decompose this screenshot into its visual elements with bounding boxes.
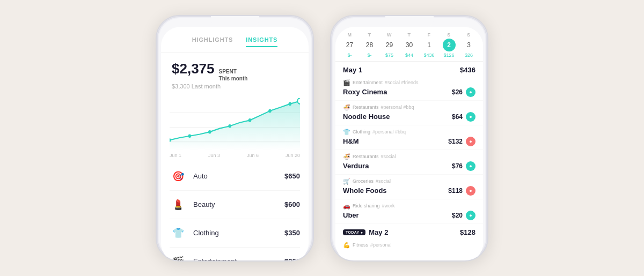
trans-cat-icon: 🚗 <box>343 203 350 210</box>
date-label: TODAY ●May 2 <box>343 228 388 236</box>
trans-amount-row: $132 ● <box>448 137 475 146</box>
calendar-day[interactable]: M 27 $- <box>340 32 360 58</box>
trans-cat-name: Entertainment <box>353 80 383 85</box>
trans-tag: #personal #bbq <box>381 105 414 110</box>
trans-cat-name: Restaurants <box>353 105 379 110</box>
trans-indicator: ● <box>466 161 475 171</box>
trans-cat-name: Clothing <box>353 129 370 135</box>
trans-cat-icon: 🛒 <box>343 178 350 185</box>
cal-day-name: W <box>387 32 392 38</box>
right-phone: M 27 $- T 28 $- W 29 $75 T 30 $44 F 1 $4… <box>330 15 488 262</box>
cat-icon: 👕 <box>170 225 187 242</box>
trans-tag: #social <box>381 154 396 159</box>
cat-icon: 💄 <box>170 196 187 213</box>
cat-amount: $600 <box>284 200 300 208</box>
trans-name: Uber <box>343 211 359 219</box>
transaction-item[interactable]: 🍜 Restaurants #personal #bbq Noodle Hous… <box>335 101 483 125</box>
transaction-list: May 1 $436 🎬 Entertainment #social #frie… <box>335 62 483 249</box>
cal-day-amount: $126 <box>443 53 454 58</box>
calendar-day[interactable]: F 1 $436 <box>419 32 439 58</box>
date-total: $128 <box>460 228 475 236</box>
trans-amount: $132 <box>448 138 463 145</box>
today-badge: TODAY ● <box>343 229 365 235</box>
trans-row: Uber $20 ● <box>343 211 475 220</box>
left-phone: HIGHLIGHTS INSIGHTS $2,375 SPENT This mo… <box>156 15 314 262</box>
calendar-day[interactable]: T 28 $- <box>360 32 379 58</box>
cal-day-name: S <box>467 32 470 38</box>
cal-day-num: 3 <box>463 39 475 51</box>
trans-meta: 👕 Clothing #personal #bbq <box>343 129 475 136</box>
svg-point-8 <box>268 109 272 113</box>
cal-day-amount: $26 <box>465 53 473 58</box>
amount-big: $2,375 <box>172 61 215 77</box>
trans-amount: $64 <box>452 113 463 121</box>
trans-meta: 💪 Fitness #personal <box>343 242 475 249</box>
trans-name: Whole Foods <box>343 187 387 195</box>
trans-meta: 🎬 Entertainment #social #friends <box>343 79 475 86</box>
svg-point-7 <box>248 118 252 122</box>
trans-amount-row: $26 ● <box>452 87 475 97</box>
trans-row: Verdura $76 ● <box>343 161 475 171</box>
trans-tag: #personal <box>370 242 392 248</box>
date-header: TODAY ●May 2 $128 <box>335 224 483 238</box>
trans-meta: 🛒 Groceries #social <box>343 178 475 185</box>
cal-day-name: T <box>368 32 371 38</box>
calendar-day[interactable]: W 29 $75 <box>379 32 399 58</box>
spent-label: SPENT <box>219 68 248 75</box>
calendar-days-row: M 27 $- T 28 $- W 29 $75 T 30 $44 F 1 $4… <box>340 32 479 58</box>
cal-day-num: 28 <box>363 39 376 51</box>
tabs-bar: HIGHLIGHTS INSIGHTS <box>161 27 309 53</box>
cal-day-amount: $436 <box>423 53 434 58</box>
trans-amount: $26 <box>452 88 463 96</box>
tab-highlights[interactable]: HIGHLIGHTS <box>192 36 233 47</box>
cat-amount: $350 <box>284 229 300 237</box>
transaction-item[interactable]: 💪 Fitness #personal Fitness First Gym $8… <box>335 238 483 249</box>
cal-day-num: 1 <box>423 39 436 51</box>
right-phone-inner: M 27 $- T 28 $- W 29 $75 T 30 $44 F 1 $4… <box>335 27 483 262</box>
calendar-day[interactable]: S 3 $26 <box>459 32 479 58</box>
cal-day-name: S <box>447 32 450 38</box>
phones-container: HIGHLIGHTS INSIGHTS $2,375 SPENT This mo… <box>156 15 488 262</box>
period-label: This month <box>219 75 248 82</box>
chart-label-2: Jun 3 <box>208 153 220 158</box>
trans-row: Whole Foods $118 ● <box>343 186 475 196</box>
cat-icon: 🎯 <box>170 168 187 185</box>
cat-name: Beauty <box>193 200 284 208</box>
cal-day-num: 30 <box>403 39 416 51</box>
spending-summary: $2,375 SPENT This month $3,300 Last mont… <box>161 53 309 94</box>
trans-amount-row: $118 ● <box>448 186 475 196</box>
svg-point-9 <box>289 102 292 106</box>
trans-cat-name: Restaurants <box>353 154 379 159</box>
last-month: $3,300 Last month <box>172 83 298 89</box>
cal-day-name: F <box>428 32 431 38</box>
cal-day-amount: $- <box>347 53 352 58</box>
cal-day-name: M <box>348 32 352 38</box>
chart-label-1: Jun 1 <box>170 153 181 158</box>
calendar-day[interactable]: S 2 $126 <box>439 32 459 58</box>
trans-meta: 🍜 Restaurants #personal #bbq <box>343 104 475 111</box>
trans-cat-name: Groceries <box>353 178 374 184</box>
category-item: 👕 Clothing $350 <box>170 219 300 248</box>
cat-amount: $300 <box>284 257 300 262</box>
chart-svg <box>170 98 300 151</box>
left-phone-content: HIGHLIGHTS INSIGHTS $2,375 SPENT This mo… <box>161 27 309 262</box>
spending-amount: $2,375 SPENT This month <box>172 61 298 82</box>
notch-left <box>211 16 259 27</box>
svg-point-5 <box>208 130 211 133</box>
calendar-day[interactable]: T 30 $44 <box>399 32 419 58</box>
transaction-item[interactable]: 🍜 Restaurants #social Verdura $76 ● <box>335 150 483 175</box>
transaction-item[interactable]: 🚗 Ride sharing #work Uber $20 ● <box>335 199 483 224</box>
tab-insights[interactable]: INSIGHTS <box>246 36 277 47</box>
transaction-item[interactable]: 👕 Clothing #personal #bbq H&M $132 ● <box>335 125 483 150</box>
trans-name: Verdura <box>343 162 369 170</box>
notch-right <box>385 16 434 27</box>
transaction-item[interactable]: 🛒 Groceries #social Whole Foods $118 ● <box>335 175 483 199</box>
trans-indicator: ● <box>466 87 475 97</box>
amount-label: SPENT This month <box>219 68 248 82</box>
cat-icon: 🎬 <box>170 253 187 262</box>
transaction-item[interactable]: 🎬 Entertainment #social #friends Roxy Ci… <box>335 76 483 101</box>
trans-indicator: ● <box>466 186 475 196</box>
trans-name: H&M <box>343 137 359 145</box>
trans-amount-row: $64 ● <box>452 112 475 122</box>
trans-meta: 🍜 Restaurants #social <box>343 153 475 160</box>
